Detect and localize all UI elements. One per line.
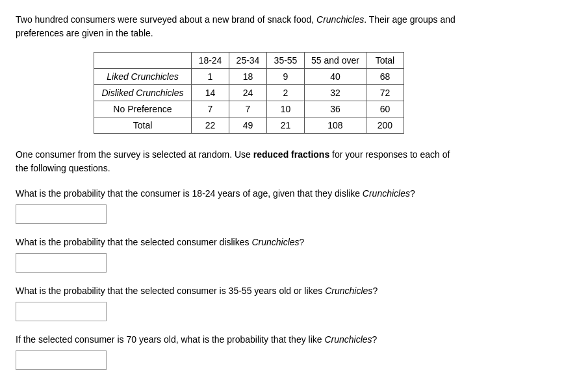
header-18-24: 18-24 — [192, 53, 229, 69]
cell-liked-1824: 1 — [192, 69, 229, 85]
table-row: No Preference 7 7 10 36 60 — [94, 101, 404, 117]
question-3-input[interactable] — [16, 302, 107, 321]
cell-nopref-3555: 10 — [267, 101, 305, 117]
instruction-paragraph: One consumer from the survey is selected… — [16, 148, 548, 175]
row-label-nopref: No Preference — [94, 101, 192, 117]
question-1-input[interactable] — [16, 204, 107, 224]
cell-liked-3555: 9 — [267, 69, 305, 85]
table-row: Total 22 49 21 108 200 — [94, 117, 404, 134]
data-table-wrapper: 18-24 25-34 35-55 55 and over Total Like… — [94, 52, 548, 134]
header-total: Total — [366, 53, 404, 69]
question-1-section: What is the probability that the consume… — [16, 187, 548, 224]
row-label-total: Total — [94, 117, 192, 134]
cell-disliked-2534: 24 — [229, 85, 267, 101]
header-empty — [94, 53, 192, 69]
intro-paragraph: Two hundred consumers were surveyed abou… — [16, 13, 548, 40]
row-label-liked: Liked Crunchicles — [94, 69, 192, 85]
question-1-text: What is the probability that the consume… — [16, 187, 548, 201]
cell-liked-2534: 18 — [229, 69, 267, 85]
cell-nopref-2534: 7 — [229, 101, 267, 117]
cell-disliked-total: 72 — [366, 85, 404, 101]
cell-nopref-total: 60 — [366, 101, 404, 117]
cell-total-1824: 22 — [192, 117, 229, 134]
question-3-text: What is the probability that the selecte… — [16, 284, 548, 298]
table-header-row: 18-24 25-34 35-55 55 and over Total — [94, 53, 404, 69]
cell-disliked-55over: 32 — [305, 85, 366, 101]
header-25-34: 25-34 — [229, 53, 267, 69]
question-4-section: If the selected consumer is 70 years old… — [16, 333, 548, 370]
question-2-section: What is the probability that the selecte… — [16, 236, 548, 273]
cell-liked-55over: 40 — [305, 69, 366, 85]
row-label-disliked: Disliked Crunchicles — [94, 85, 192, 101]
cell-disliked-1824: 14 — [192, 85, 229, 101]
cell-total-3555: 21 — [267, 117, 305, 134]
table-row: Disliked Crunchicles 14 24 2 32 72 — [94, 85, 404, 101]
survey-table: 18-24 25-34 35-55 55 and over Total Like… — [94, 52, 404, 134]
question-2-input[interactable] — [16, 253, 107, 273]
header-55-over: 55 and over — [305, 53, 366, 69]
question-4-input[interactable] — [16, 350, 107, 370]
question-2-text: What is the probability that the selecte… — [16, 236, 548, 249]
cell-nopref-55over: 36 — [305, 101, 366, 117]
cell-total-total: 200 — [366, 117, 404, 134]
question-4-text: If the selected consumer is 70 years old… — [16, 333, 548, 347]
cell-nopref-1824: 7 — [192, 101, 229, 117]
question-3-section: What is the probability that the selecte… — [16, 284, 548, 321]
table-row: Liked Crunchicles 1 18 9 40 68 — [94, 69, 404, 85]
cell-total-55over: 108 — [305, 117, 366, 134]
cell-liked-total: 68 — [366, 69, 404, 85]
header-35-55: 35-55 — [267, 53, 305, 69]
cell-total-2534: 49 — [229, 117, 267, 134]
cell-disliked-3555: 2 — [267, 85, 305, 101]
